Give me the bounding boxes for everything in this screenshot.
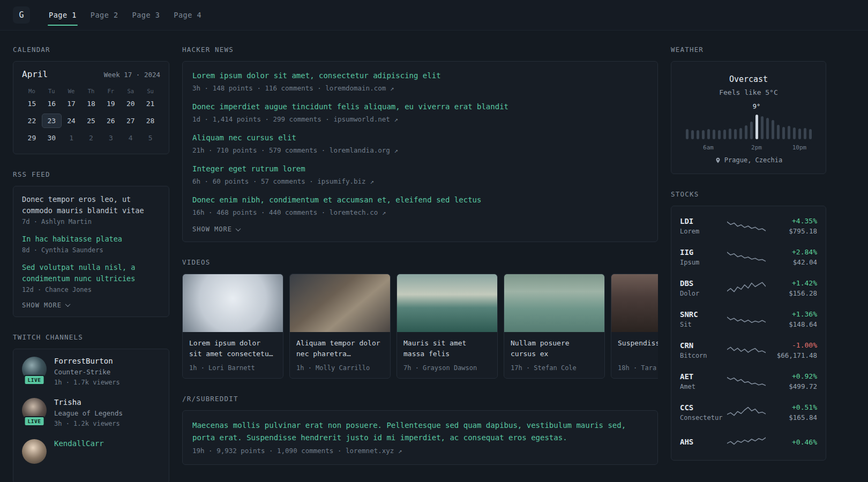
tab-page-2[interactable]: Page 2 (84, 0, 125, 30)
weather-bar-slot (749, 114, 754, 139)
video-title[interactable]: Aliquam tempor dolor nec pharetra… (296, 338, 384, 359)
weather-bar (702, 130, 705, 139)
channel-name[interactable]: ForrestBurton (54, 357, 120, 365)
video-title[interactable]: Nullam posuere cursus ex (511, 338, 598, 359)
weather-bar (788, 126, 790, 139)
video-title[interactable]: Mauris sit amet massa felis (403, 338, 491, 359)
calendar-card: April Week 17 · 2024 MoTuWeThFrSaSu 1516… (13, 61, 169, 154)
dashboard: CALENDAR April Week 17 · 2024 MoTuWeThFr… (0, 31, 868, 482)
hn-item-title[interactable]: Donec imperdiet augue tincidunt felis al… (192, 101, 648, 112)
weather-bar (729, 129, 731, 139)
subreddit-item-title[interactable]: Maecenas mollis pulvinar erat non posuer… (192, 419, 648, 444)
stock-id: IIGIpsum (680, 248, 726, 266)
stock-row[interactable]: CCSConsectetur+0.51%$165.84 (680, 397, 817, 428)
weather-bar (697, 130, 699, 139)
weather-bar (745, 125, 747, 139)
rss-item-title[interactable]: Sed volutpat nulla nisl, a condimentum n… (22, 262, 160, 284)
calendar-month: April (22, 69, 48, 79)
stock-change: +1.42% (767, 279, 817, 287)
hn-show-more-button[interactable]: SHOW MORE (192, 225, 648, 233)
stock-price: $165.84 (767, 413, 817, 421)
video-card[interactable]: Mauris sit amet massa felis7h · Grayson … (396, 274, 498, 379)
page-tabs: Page 1Page 2Page 3Page 4 (42, 0, 208, 30)
twitch-channel-row[interactable]: LIVETrishaLeague of Legends3h · 1.2k vie… (22, 398, 160, 427)
stock-symbol: AHS (680, 438, 726, 446)
stock-symbol: DBS (680, 279, 726, 288)
video-card[interactable]: Suspendisse diam18h · Tara (611, 274, 658, 379)
weather-bar (782, 127, 785, 139)
calendar-header: April Week 17 · 2024 (22, 69, 160, 79)
tab-page-1[interactable]: Page 1 (42, 0, 84, 30)
stock-symbol: CRN (680, 341, 726, 350)
stock-row[interactable]: LDILorem+4.35%$795.18 (680, 210, 817, 242)
calendar-widget: CALENDAR April Week 17 · 2024 MoTuWeThFr… (13, 46, 169, 154)
rss-item-title[interactable]: Donec tempor eros leo, ut commodo mauris… (22, 194, 160, 216)
stock-name: Lorem (680, 228, 726, 235)
tab-page-4[interactable]: Page 4 (167, 0, 208, 30)
calendar-day: 16 (42, 96, 62, 111)
hacker-news-widget: HACKER NEWS Lorem ipsum dolor sit amet, … (182, 46, 658, 242)
hn-item: Lorem ipsum dolor sit amet, consectetur … (192, 70, 648, 92)
weather-location: Prague, Czechia (724, 156, 782, 164)
stock-id: SNRCSit (680, 310, 726, 328)
rss-item: Donec tempor eros leo, ut commodo mauris… (22, 194, 160, 225)
app-logo[interactable]: G (13, 6, 30, 24)
stock-values: +4.35%$795.18 (767, 217, 817, 235)
stock-price: $42.04 (767, 258, 817, 266)
stock-sparkline (726, 343, 767, 358)
weather-bar-slot (743, 114, 749, 139)
calendar-week-year: Week 17 · 2024 (104, 71, 160, 79)
calendar-day-selected: 23 (42, 114, 62, 128)
stock-values: +0.46% (767, 438, 817, 446)
stocks-widget: STOCKS LDILorem+4.35%$795.18IIGIpsum+2.8… (671, 190, 826, 461)
video-meta: 1h · Molly Carrillo (296, 364, 384, 372)
channel-name[interactable]: KendallCarr (54, 439, 104, 448)
sparkline-chart (727, 343, 766, 358)
stock-row[interactable]: CRNBitcorn-1.00%$66,171.48 (680, 335, 817, 366)
stock-price: $499.72 (767, 382, 817, 390)
channel-name[interactable]: Trisha (54, 398, 123, 406)
stock-change: +1.36% (767, 310, 817, 318)
video-title[interactable]: Suspendisse diam (618, 338, 658, 359)
twitch-channel-row[interactable]: KendallCarr (22, 439, 160, 464)
hn-item-title[interactable]: Aliquam nec cursus elit (192, 132, 648, 144)
hn-item-title[interactable]: Lorem ipsum dolor sit amet, consectetur … (192, 70, 648, 81)
weather-bar-slot (738, 114, 743, 139)
video-card-body: Aliquam tempor dolor nec pharetra…1h · M… (290, 332, 390, 378)
video-card[interactable]: Nullam posuere cursus ex17h · Stefan Col… (504, 274, 605, 379)
calendar-dow-label: We (62, 88, 81, 94)
location-pin-icon (715, 157, 721, 164)
hn-item-title[interactable]: Donec enim nibh, condimentum et accumsan… (192, 194, 648, 206)
video-card[interactable]: Aliquam tempor dolor nec pharetra…1h · M… (289, 274, 391, 379)
stock-sparkline (726, 312, 767, 327)
video-card[interactable]: Lorem ipsum dolor sit amet consectetu…1h… (182, 274, 283, 379)
rss-item-meta: 8d · Cynthia Saunders (22, 246, 160, 254)
calendar-day: 4 (121, 131, 140, 145)
weather-card: Overcast Feels like 5°C 9°6am2pm10pm Pra… (671, 61, 826, 174)
stock-row[interactable]: IIGIpsum+2.84%$42.04 (680, 242, 817, 273)
weather-bar (793, 127, 796, 139)
calendar-day: 19 (101, 96, 121, 111)
stock-row[interactable]: DBSDolor+1.42%$156.28 (680, 273, 817, 304)
rss-item-title[interactable]: In hac habitasse platea (22, 234, 160, 245)
section-title-stocks: STOCKS (671, 190, 826, 198)
video-meta: 18h · Tara (618, 364, 658, 372)
weather-bar (766, 118, 769, 139)
rss-show-more-button[interactable]: SHOW MORE (22, 302, 160, 309)
stock-row[interactable]: AETAmet+0.92%$499.72 (680, 366, 817, 397)
stock-row[interactable]: AHS+0.46% (680, 428, 817, 456)
calendar-day: 15 (22, 96, 42, 111)
stock-row[interactable]: SNRCSit+1.36%$148.64 (680, 304, 817, 335)
rss-item-meta: 7d · Ashlyn Martin (22, 218, 160, 225)
hn-item-title[interactable]: Integer eget rutrum lorem (192, 163, 648, 175)
tab-page-3[interactable]: Page 3 (125, 0, 167, 30)
stock-values: +1.36%$148.64 (767, 310, 817, 328)
video-title[interactable]: Lorem ipsum dolor sit amet consectetu… (189, 338, 276, 359)
weather-bar-slot (690, 114, 695, 139)
rss-card: Donec tempor eros leo, ut commodo mauris… (13, 186, 169, 317)
weather-bar-slot (700, 114, 706, 139)
weather-bar-slot (684, 114, 690, 139)
twitch-channel-row[interactable]: LIVEForrestBurtonCounter-Strike1h · 1.7k… (22, 357, 160, 386)
section-title-twitch: TWITCH CHANNELS (13, 333, 169, 341)
subreddit-widget: /R/SUBREDDIT Maecenas mollis pulvinar er… (182, 395, 658, 465)
